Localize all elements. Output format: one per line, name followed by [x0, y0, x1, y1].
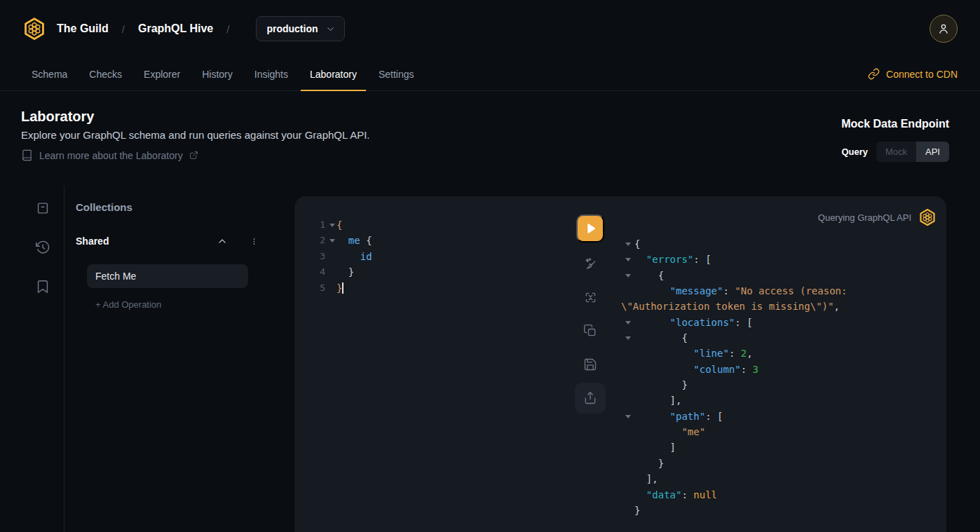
tab-schema[interactable]: Schema: [22, 57, 76, 90]
copy-query-button[interactable]: [575, 315, 606, 346]
tab-checks[interactable]: Checks: [80, 57, 131, 90]
code-line: "column": 3: [621, 362, 941, 377]
endpoint-toggle: MockAPI: [876, 142, 949, 162]
nav-tabs: SchemaChecksExplorerHistoryInsightsLabor…: [22, 57, 423, 90]
endpoint-option-api[interactable]: API: [916, 142, 949, 162]
code-line: "errors": [: [621, 252, 941, 267]
code-line: {: [621, 268, 941, 283]
kebab-menu-icon[interactable]: [249, 236, 259, 247]
code-line: }: [621, 456, 941, 471]
tab-explorer[interactable]: Explorer: [135, 57, 189, 90]
mock-endpoint-title: Mock Data Endpoint: [841, 118, 949, 130]
code-line: ]: [621, 439, 941, 455]
collection-group-label: Shared: [76, 236, 217, 247]
code-line: {: [621, 330, 941, 346]
play-icon: [583, 221, 598, 236]
page-head: Laboratory Explore your GraphQL schema a…: [0, 91, 980, 186]
fold-arrow-icon[interactable]: [329, 224, 335, 227]
response-status: Querying GraphQL API: [818, 208, 937, 226]
left-rail: [0, 186, 64, 532]
save-button[interactable]: [575, 349, 606, 380]
collections-sidebar: Collections Shared Fetch Me + Add Operat…: [64, 186, 294, 532]
person-icon: [937, 22, 951, 36]
copy-icon: [583, 324, 597, 338]
code-line: "locations": [: [621, 315, 941, 330]
bookmark-icon: [35, 279, 50, 294]
query-label: Query: [841, 146, 868, 157]
primary-nav: SchemaChecksExplorerHistoryInsightsLabor…: [0, 57, 980, 91]
fold-arrow-icon[interactable]: [625, 274, 631, 278]
link-icon: [868, 68, 880, 80]
code-line: 4 }: [304, 264, 571, 280]
collections-box-icon: [35, 200, 50, 216]
code-line: "me": [621, 424, 941, 439]
prettify-button[interactable]: [575, 248, 606, 279]
code-line: 5}: [304, 280, 571, 296]
save-icon: [583, 357, 597, 371]
share-icon: [583, 391, 597, 405]
environment-selector[interactable]: production: [256, 16, 344, 41]
chevron-down-icon: [325, 24, 336, 34]
brand-name[interactable]: The Guild: [57, 22, 109, 35]
hive-logo-icon: [22, 17, 46, 41]
environment-selector-label: production: [266, 23, 318, 34]
add-operation-button[interactable]: + Add Operation: [95, 299, 161, 310]
learn-more-label: Learn more about the Laboratory: [39, 150, 183, 161]
execute-query-button[interactable]: [576, 214, 604, 243]
code-line: 3 id: [304, 249, 571, 264]
code-line: \"Authorization token is missing\")",: [621, 299, 941, 314]
code-line: }: [621, 503, 941, 518]
connect-to-cdn-link[interactable]: Connect to CDN: [868, 57, 958, 90]
response-viewer: { "errors": [ { "message": "No access (r…: [621, 236, 941, 518]
fold-arrow-icon[interactable]: [625, 415, 631, 418]
code-line: "line": 2,: [621, 346, 941, 361]
learn-more-link[interactable]: Learn more about the Laboratory: [21, 149, 198, 161]
user-avatar[interactable]: [930, 15, 958, 43]
fold-arrow-icon[interactable]: [625, 243, 631, 246]
code-line: "data": null: [621, 487, 941, 503]
app-header: The Guild / GraphQL Hive / production: [0, 0, 980, 57]
operation-item[interactable]: Fetch Me: [87, 264, 248, 288]
code-line: }: [621, 377, 941, 393]
collections-rail-button[interactable]: [35, 200, 50, 216]
fold-arrow-icon[interactable]: [625, 321, 631, 325]
code-line: 1{: [304, 217, 571, 233]
page-title: Laboratory: [21, 109, 94, 125]
code-line: "message": "No access (reason:: [621, 283, 941, 299]
share-button[interactable]: [575, 383, 606, 414]
fold-arrow-icon[interactable]: [625, 336, 631, 340]
tab-history[interactable]: History: [193, 57, 242, 90]
code-line: "path": [: [621, 409, 941, 424]
page-description: Explore your GraphQL schema and run quer…: [21, 129, 370, 141]
history-icon: [35, 240, 50, 255]
hive-logo-icon: [918, 208, 937, 226]
code-line: 2 me {: [304, 233, 571, 248]
tab-settings[interactable]: Settings: [369, 57, 423, 90]
endpoint-option-mock[interactable]: Mock: [876, 142, 916, 162]
tab-laboratory[interactable]: Laboratory: [301, 57, 366, 90]
book-icon: [21, 149, 33, 161]
fold-arrow-icon[interactable]: [625, 258, 631, 261]
fold-arrow-icon[interactable]: [329, 239, 335, 243]
bookmark-rail-button[interactable]: [35, 279, 50, 294]
code-line: ],: [621, 393, 941, 408]
tab-insights[interactable]: Insights: [245, 57, 297, 90]
merge-fragments-icon: [583, 290, 598, 305]
query-editor[interactable]: 1{2 me {3 id4 }5}: [304, 217, 571, 296]
code-line: ],: [621, 471, 941, 486]
endpoint-box: Mock Data Endpoint Query MockAPI: [841, 118, 949, 162]
merge-fragments-button[interactable]: [575, 282, 606, 313]
collection-group-shared[interactable]: Shared: [76, 236, 259, 247]
code-line: {: [621, 236, 941, 252]
collections-title: Collections: [76, 201, 132, 213]
history-rail-button[interactable]: [35, 240, 50, 255]
chevron-up-icon[interactable]: [217, 236, 228, 247]
breadcrumb-separator: /: [122, 23, 125, 35]
connect-to-cdn-label: Connect to CDN: [886, 69, 958, 80]
text-cursor: [342, 282, 343, 294]
external-link-icon: [189, 151, 198, 160]
product-name[interactable]: GraphQL Hive: [138, 22, 213, 35]
breadcrumb-separator: /: [226, 23, 229, 35]
response-status-text: Querying GraphQL API: [818, 212, 911, 223]
graphiql-panel: 1{2 me {3 id4 }5}: [294, 196, 946, 532]
